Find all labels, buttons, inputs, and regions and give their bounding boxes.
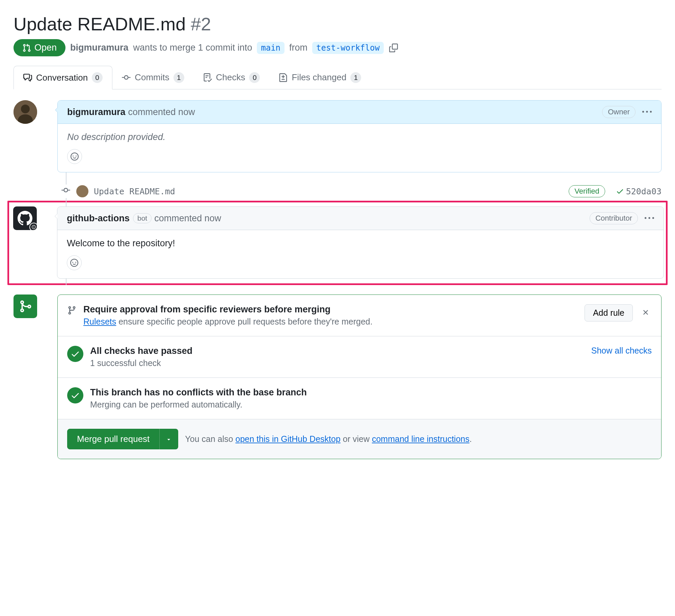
- add-rule-button[interactable]: Add rule: [585, 304, 633, 321]
- kebab-icon[interactable]: [645, 214, 654, 223]
- reaction-button[interactable]: [67, 255, 82, 270]
- git-commit-icon: [122, 73, 131, 82]
- verified-badge[interactable]: Verified: [569, 185, 605, 197]
- commit-row: Update README.md Verified 520da03: [56, 182, 662, 201]
- check-circle-icon: [67, 346, 83, 362]
- tabs: Conversation 0 Commits 1 Checks 0 Files …: [14, 66, 662, 89]
- files-count: 1: [350, 72, 361, 83]
- tab-conversation[interactable]: Conversation 0: [14, 66, 112, 89]
- copy-icon[interactable]: [388, 43, 399, 53]
- git-commit-icon: [61, 185, 70, 198]
- author-link[interactable]: bigmuramura: [70, 43, 129, 53]
- avatar[interactable]: [14, 100, 37, 124]
- status-row: Open bigmuramura wants to merge 1 commit…: [14, 39, 662, 56]
- git-merge-icon: [19, 300, 32, 313]
- commit-message[interactable]: Update README.md: [94, 187, 175, 196]
- comment-box: github-actions bot commented now Contrib…: [57, 206, 664, 279]
- check-circle-icon: [67, 387, 83, 403]
- base-branch[interactable]: main: [257, 42, 285, 54]
- tab-commits[interactable]: Commits 1: [112, 66, 194, 89]
- triangle-down-icon: [166, 436, 172, 442]
- reaction-button[interactable]: [67, 149, 82, 164]
- checks-title: All checks have passed: [90, 346, 192, 356]
- check-icon: [616, 187, 624, 195]
- pull-request-icon: [22, 44, 31, 52]
- kebab-icon[interactable]: [642, 107, 652, 117]
- conflicts-desc: Merging can be performed automatically.: [90, 400, 307, 410]
- bot-avatar[interactable]: [13, 206, 37, 230]
- footer-text: You can also open this in GitHub Desktop…: [185, 434, 472, 444]
- comment-box: bigmuramura commented now Owner No descr…: [57, 100, 662, 172]
- tab-files[interactable]: Files changed 1: [269, 66, 371, 89]
- comment-body: No description provided.: [67, 132, 165, 142]
- state-badge: Open: [14, 39, 65, 56]
- conversation-count: 0: [92, 72, 103, 83]
- comment-author[interactable]: bigmuramura: [67, 107, 126, 117]
- comment-meta: commented now: [154, 213, 221, 224]
- checks-count: 0: [249, 72, 260, 83]
- github-icon: [18, 211, 32, 226]
- comment-meta: commented now: [128, 107, 195, 117]
- merge-button[interactable]: Merge pull request: [67, 429, 159, 449]
- comment-author[interactable]: github-actions: [67, 213, 130, 224]
- commit-sha[interactable]: 520da03: [616, 187, 662, 196]
- checks-desc: 1 successful check: [90, 358, 192, 368]
- close-icon[interactable]: [640, 306, 652, 319]
- checklist-icon: [203, 73, 212, 82]
- conflicts-title: This branch has no conflicts with the ba…: [90, 387, 307, 398]
- comment-discussion-icon: [23, 73, 32, 82]
- smiley-icon: [71, 152, 79, 161]
- merge-dropdown[interactable]: [159, 429, 178, 449]
- head-branch[interactable]: test-workflow: [312, 42, 384, 54]
- cli-link[interactable]: command line instructions: [372, 434, 469, 444]
- merge-section: Require approval from specific reviewers…: [14, 295, 662, 459]
- rulesets-link[interactable]: Rulesets: [83, 317, 116, 326]
- git-branch-icon: [67, 306, 77, 316]
- comment-body: Welcome to the repository!: [67, 238, 175, 248]
- highlight-annotation: github-actions bot commented now Contrib…: [7, 201, 668, 285]
- rule-title: Require approval from specific reviewers…: [83, 304, 373, 315]
- svg-point-1: [21, 105, 30, 113]
- tab-checks[interactable]: Checks 0: [194, 66, 270, 89]
- desktop-link[interactable]: open this in GitHub Desktop: [236, 434, 341, 444]
- merge-status-icon: [14, 295, 37, 318]
- mini-avatar[interactable]: [76, 185, 88, 197]
- file-diff-icon: [279, 73, 288, 82]
- pr-number: #2: [191, 14, 211, 34]
- role-badge: Owner: [602, 106, 636, 118]
- smiley-icon: [70, 259, 78, 267]
- commits-count: 1: [173, 72, 184, 83]
- bot-badge: bot: [133, 213, 152, 223]
- role-badge: Contributor: [590, 212, 638, 224]
- show-all-checks-link[interactable]: Show all checks: [591, 346, 652, 356]
- pr-title: Update README.md #2: [14, 13, 662, 34]
